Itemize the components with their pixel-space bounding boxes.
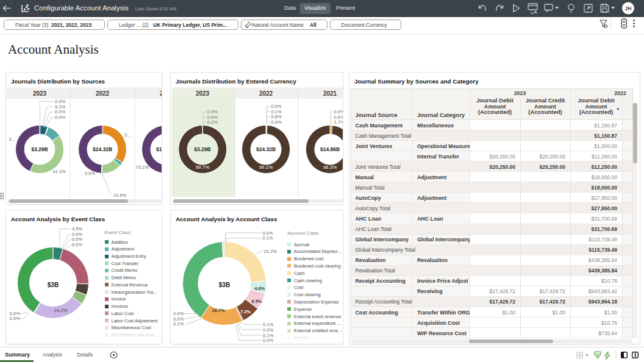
svg-text:$3.29B: $3.29B: [194, 146, 210, 152]
svg-text:98.3%: 98.3%: [323, 165, 337, 170]
svg-text:$3B: $3B: [48, 282, 59, 288]
svg-text:0.0%: 0.0%: [262, 230, 273, 236]
svg-text:7.2%: 7.2%: [240, 309, 251, 314]
svg-text:0.0%: 0.0%: [72, 236, 82, 242]
svg-text:0.0%: 0.0%: [55, 109, 65, 115]
svg-text:2022: 2022: [96, 90, 110, 97]
svg-text:0.1%: 0.1%: [173, 321, 184, 327]
svg-text:0.0%: 0.0%: [85, 171, 95, 176]
svg-text:5.2%: 5.2%: [55, 104, 65, 110]
svg-text:24.2%: 24.2%: [54, 308, 68, 313]
svg-text:$14.86B: $14.86B: [156, 146, 162, 152]
svg-text:73.1%: 73.1%: [136, 165, 149, 170]
svg-text:16.7%: 16.7%: [212, 308, 225, 313]
svg-text:0.0%: 0.0%: [271, 119, 282, 125]
svg-text:0.0%: 0.0%: [263, 327, 273, 333]
svg-text:0.0%: 0.0%: [55, 115, 65, 120]
svg-text:2023: 2023: [33, 90, 47, 97]
svg-text:2021: 2021: [160, 90, 162, 97]
svg-text:$24.32B: $24.32B: [256, 146, 276, 152]
svg-text:0.1%: 0.1%: [271, 109, 282, 115]
svg-text:0.0%: 0.0%: [334, 115, 344, 120]
svg-text:0.0%: 0.0%: [10, 316, 20, 321]
svg-text:6.5%: 6.5%: [251, 299, 262, 304]
svg-text:2021: 2021: [323, 90, 337, 97]
svg-text:0.1%: 0.1%: [262, 235, 273, 241]
svg-text:$24.32B: $24.32B: [93, 146, 112, 152]
svg-text:2022: 2022: [259, 90, 273, 97]
svg-text:41.1%: 41.1%: [53, 169, 66, 174]
svg-text:$3.29B: $3.29B: [31, 146, 48, 152]
svg-text:$3B: $3B: [219, 282, 230, 288]
svg-text:2023: 2023: [196, 90, 210, 97]
svg-text:99.1%: 99.1%: [259, 165, 273, 170]
svg-text:0.0%: 0.0%: [334, 109, 344, 115]
svg-text:3...: 3...: [124, 132, 131, 138]
svg-text:1.7%: 1.7%: [334, 119, 344, 125]
svg-text:0.0%: 0.0%: [72, 242, 82, 247]
svg-text:$14.86B: $14.86B: [320, 146, 340, 152]
svg-text:0.1%: 0.1%: [263, 333, 273, 338]
svg-text:0.2%: 0.2%: [207, 119, 218, 125]
svg-text:0.0%: 0.0%: [173, 311, 184, 316]
svg-text:99.7%: 99.7%: [196, 165, 210, 170]
svg-text:0.0%: 0.0%: [207, 109, 218, 115]
svg-text:14.6%: 14.6%: [113, 193, 127, 198]
svg-text:3...: 3...: [9, 137, 15, 142]
svg-text:0.0%: 0.0%: [173, 316, 184, 322]
svg-text:4.6%: 4.6%: [254, 286, 265, 291]
svg-text:24.2%: 24.2%: [264, 249, 277, 254]
svg-text:0.0%: 0.0%: [55, 99, 65, 104]
svg-text:0.0%: 0.0%: [263, 338, 273, 343]
svg-text:4.5%: 4.5%: [72, 226, 82, 232]
svg-text:0.0%: 0.0%: [72, 232, 82, 237]
